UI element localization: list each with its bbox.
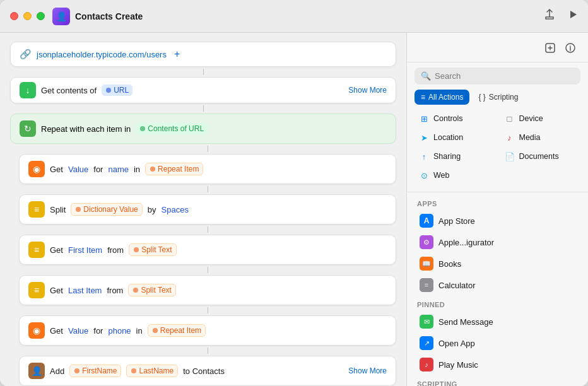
repeat-block[interactable]: ↻ Repeat with each item in Contents of U…: [10, 114, 396, 144]
maximize-button[interactable]: [37, 12, 45, 20]
from-label-2: from: [107, 286, 123, 295]
search-bar[interactable]: 🔍: [415, 67, 580, 85]
web-icon: ⊙: [418, 170, 430, 181]
panel-header: [407, 33, 588, 62]
pinned-section-header: Pinned: [415, 296, 580, 311]
list-item-apple-configurator[interactable]: ⚙ Apple...igurator: [415, 231, 580, 253]
link-icon: 🔗: [20, 49, 32, 60]
svg-point-7: [153, 328, 158, 333]
get-contents-icon: ↓: [20, 82, 36, 98]
value-word: Value: [68, 165, 88, 174]
split-text-token-2: Split Text: [128, 284, 175, 296]
all-actions-label: All Actions: [428, 93, 463, 102]
get-last-block[interactable]: ≡ Get Last Item from Split Text: [19, 275, 396, 305]
repeat-item-token-2: Repeat Item: [148, 324, 206, 337]
url-bar[interactable]: 🔗 jsonplaceholder.typicode.com/users +: [10, 42, 396, 67]
tab-all-actions[interactable]: ≡ All Actions: [415, 90, 469, 105]
books-label: Books: [438, 259, 461, 269]
cat-controls[interactable]: ⊞ Controls: [415, 110, 495, 127]
run-button[interactable]: [568, 9, 578, 23]
share-button[interactable]: [544, 9, 555, 23]
lastname-token: LastName: [126, 365, 178, 377]
firstname-token: FirstName: [69, 365, 121, 377]
books-icon: 📖: [420, 257, 433, 271]
get-last-label: Get: [50, 286, 63, 295]
list-item-send-message[interactable]: ✉ Send Message: [415, 311, 580, 332]
apple-config-icon: ⚙: [420, 235, 433, 249]
tab-scripting[interactable]: { } Scripting: [472, 90, 524, 105]
close-button[interactable]: [10, 12, 18, 20]
split-label: Split: [50, 205, 66, 214]
sharing-icon: ↑: [418, 151, 430, 162]
in-label: in: [134, 165, 140, 174]
info-button[interactable]: [562, 39, 579, 57]
to-contacts-label: to Contacts: [183, 366, 225, 376]
cat-sharing[interactable]: ↑ Sharing: [415, 148, 495, 165]
get-phone-icon: ◉: [28, 322, 45, 339]
add-url-button[interactable]: +: [174, 49, 180, 60]
main-content: 🔗 jsonplaceholder.typicode.com/users + ↓…: [0, 33, 588, 386]
contents-token: Contents of URL: [136, 123, 208, 134]
device-icon: □: [504, 113, 515, 124]
phone-word: phone: [108, 326, 131, 336]
list-item-books[interactable]: 📖 Books: [415, 253, 580, 274]
app-store-label: App Store: [438, 216, 475, 226]
cat-documents[interactable]: 📄 Documents: [500, 148, 581, 165]
media-icon: ♪: [504, 132, 515, 143]
search-input[interactable]: [435, 71, 574, 81]
for-label: for: [93, 165, 103, 174]
for-label-2: for: [93, 326, 103, 336]
get-phone-block[interactable]: ◉ Get Value for phone in Repeat Item: [19, 315, 396, 346]
dict-value-token: Dictionary Value: [71, 203, 142, 216]
show-more-btn-1[interactable]: Show More: [348, 86, 387, 95]
apple-config-label: Apple...igurator: [438, 238, 494, 247]
add-contacts-block[interactable]: 👤 Add FirstName LastName to Contacts Sho…: [19, 356, 396, 386]
connector-6: [19, 267, 396, 273]
play-music-label: Play Music: [438, 360, 478, 370]
apps-section-header: Apps: [415, 195, 580, 210]
svg-marker-0: [570, 11, 577, 18]
get-contents-block[interactable]: ↓ Get contents of URL Show More: [10, 77, 396, 103]
list-item-app-store[interactable]: A App Store: [415, 210, 580, 231]
cat-device[interactable]: □ Device: [500, 110, 581, 127]
get-value-icon: ◉: [28, 161, 45, 177]
calculator-label: Calculator: [438, 281, 476, 290]
cat-media[interactable]: ♪ Media: [500, 129, 581, 146]
connector-8: [19, 348, 396, 354]
divider-1: [407, 192, 588, 192]
send-message-icon: ✉: [420, 315, 433, 329]
split-block[interactable]: ≡ Split Dictionary Value by Spaces: [19, 194, 396, 225]
get-phone-label: Get: [50, 326, 63, 336]
url-text: jsonplaceholder.typicode.com/users: [37, 50, 167, 59]
workflow-panel: 🔗 jsonplaceholder.typicode.com/users + ↓…: [0, 33, 406, 386]
connector-5: [19, 226, 396, 233]
titlebar: 👤 Contacts Create: [0, 0, 588, 33]
add-action-button[interactable]: [541, 39, 559, 57]
scripting-icon: { }: [478, 93, 485, 102]
spaces-word: Spaces: [162, 205, 189, 214]
search-icon: 🔍: [421, 71, 431, 81]
all-actions-icon: ≡: [421, 93, 425, 102]
send-message-label: Send Message: [438, 317, 493, 327]
list-item-play-music[interactable]: ♪ Play Music: [415, 354, 580, 375]
show-more-btn-2[interactable]: Show More: [348, 366, 387, 375]
app-store-icon: A: [420, 214, 433, 228]
get-last-icon: ≡: [28, 282, 45, 298]
list-item-calculator[interactable]: = Calculator: [415, 274, 580, 296]
window-title: Contacts Create: [75, 11, 544, 21]
get-first-block[interactable]: ≡ Get First Item from Split Text: [19, 235, 396, 265]
cat-location[interactable]: ➤ Location: [415, 129, 495, 146]
url-token: URL: [102, 85, 132, 96]
get-label: Get: [50, 165, 63, 174]
add-label: Add: [50, 366, 64, 376]
from-label-1: from: [107, 245, 124, 255]
svg-point-6: [133, 288, 138, 293]
cat-web[interactable]: ⊙ Web: [415, 167, 495, 184]
get-value-name-block[interactable]: ◉ Get Value for name in Repeat Item: [19, 154, 396, 184]
connector-7: [19, 307, 396, 313]
split-icon: ≡: [28, 201, 45, 218]
list-item-open-app[interactable]: ↗ Open App: [415, 332, 580, 354]
traffic-lights: [10, 12, 45, 20]
minimize-button[interactable]: [23, 12, 32, 20]
svg-point-1: [106, 88, 111, 93]
